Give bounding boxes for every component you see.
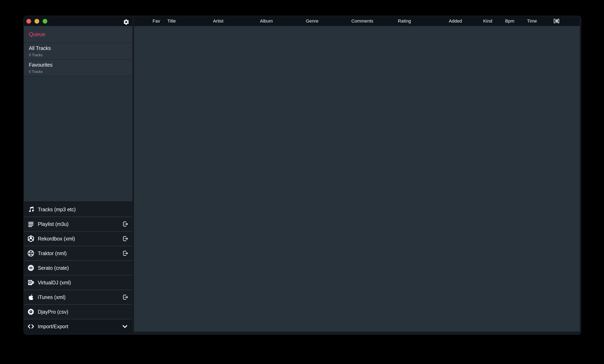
window-controls [26,19,47,24]
playlist-title: All Tracks [29,45,132,51]
queue-label: Queue [29,31,132,38]
sidebar-item-virtualdj[interactable]: VirtualDJ (xml) [24,275,132,290]
sidebar-item-serato[interactable]: Serato (crate) [24,260,132,275]
apple-icon [27,293,35,301]
code-brackets-icon [27,323,35,330]
sidebar-resize-divider[interactable] [132,16,134,334]
export-icon [122,235,129,242]
export-button[interactable] [122,250,129,257]
track-table-body [134,26,580,331]
column-genre[interactable]: Genre [306,16,318,26]
main-panel: Fav Title Artist Album Genre Comments Ra… [134,16,580,331]
sidebar-item-traktor[interactable]: Traktor (nml) [24,246,132,260]
export-icon [122,294,129,301]
column-title[interactable]: Title [167,16,176,26]
traktor-icon [27,250,35,257]
column-added[interactable]: Added [449,16,462,26]
gear-icon [123,19,130,25]
playlist-track-count: 0 Tracks [29,70,132,74]
column-album[interactable]: Album [260,16,273,26]
sidebar-item-rekordbox[interactable]: Rekordbox (xml) [24,231,132,246]
sidebar-item-all-tracks[interactable]: All Tracks 0 Tracks [24,43,132,59]
serato-icon [27,264,35,272]
column-kind[interactable]: Kind [483,16,492,26]
export-button[interactable] [122,294,129,301]
column-time[interactable]: Time [527,16,537,26]
sidebar-item-playlist-m3u[interactable]: Playlist (m3u) [24,216,132,231]
sidebar-item-queue[interactable]: Queue [24,26,132,43]
playlist-track-count: 0 Tracks [29,53,132,57]
column-comments[interactable]: Comments [351,16,373,26]
export-icon [122,250,129,257]
track-table-header: Fav Title Artist Album Genre Comments Ra… [134,16,580,26]
column-fav[interactable]: Fav [152,16,160,26]
zoom-button[interactable] [43,19,47,24]
column-artist[interactable]: Artist [213,16,223,26]
music-note-icon [27,206,35,213]
sidebar-item-djaypro[interactable]: DjayPro (csv) [24,304,132,319]
sidebar-item-import-export[interactable]: Import/Export [24,319,132,334]
sidebar: Queue All Tracks 0 Tracks Favourites 0 T… [24,16,132,334]
export-icon [122,221,129,227]
playlist-tree-area [24,76,132,201]
export-button[interactable] [122,221,129,227]
sidebar-item-itunes[interactable]: iTunes (xml) [24,290,132,304]
close-button[interactable] [26,19,31,24]
rekordbox-icon [27,235,35,242]
vinyl-record-icon [27,308,35,315]
app-window: Queue All Tracks 0 Tracks Favourites 0 T… [23,16,581,335]
column-rating[interactable]: Rating [398,16,411,26]
settings-button[interactable] [123,19,130,25]
waveform-icon[interactable] [553,18,560,24]
minimize-button[interactable] [35,19,39,24]
sidebar-item-tracks[interactable]: Tracks (mp3 etc) [24,201,132,216]
virtualdj-icon [27,279,35,286]
playlist-icon [27,220,35,228]
playlist-title: Favourites [29,62,132,68]
column-bpm[interactable]: Bpm [505,16,515,26]
titlebar [24,16,132,26]
sidebar-item-favourites[interactable]: Favourites 0 Tracks [24,59,132,76]
chevron-down-icon [121,323,129,330]
export-button[interactable] [122,235,129,242]
